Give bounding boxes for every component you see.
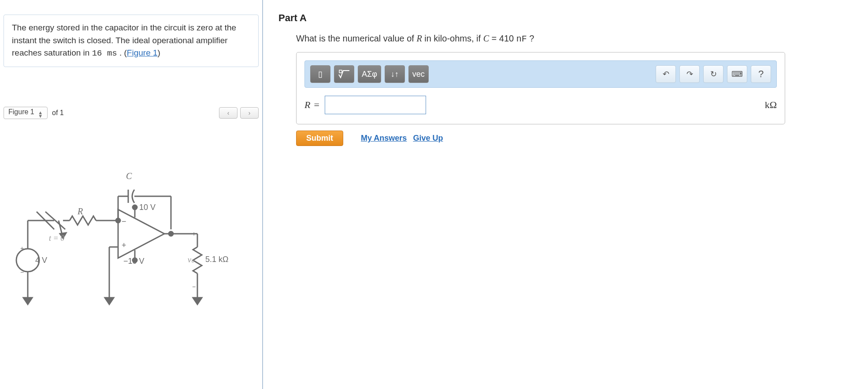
answer-unit: kΩ bbox=[765, 99, 777, 111]
keyboard-icon: ⌨ bbox=[731, 69, 743, 79]
tool-redo-button[interactable]: ↷ bbox=[679, 65, 700, 83]
tool-greek-button[interactable]: ΑΣφ bbox=[358, 65, 381, 83]
figure-next-button[interactable]: › bbox=[240, 107, 259, 119]
answer-row: R = kΩ bbox=[297, 96, 785, 124]
equation-toolbar: ▯ ΑΣφ ↓↑ vec ↶ ↷ ↻ ⌨ ? bbox=[304, 60, 777, 88]
figure-navigation: Figure 1 ▲▼ of 1 ‹ › bbox=[4, 107, 259, 119]
svg-marker-29 bbox=[193, 298, 202, 304]
circuit-label-vo: vₒ bbox=[188, 255, 194, 265]
svg-text:+: + bbox=[122, 241, 126, 250]
svg-text:+: + bbox=[20, 245, 24, 252]
answer-lhs: R bbox=[304, 99, 310, 111]
figure-prev-button[interactable]: ‹ bbox=[219, 107, 237, 119]
figure-link[interactable]: Figure 1 bbox=[127, 48, 158, 57]
svg-point-18 bbox=[133, 205, 137, 209]
tool-root-button[interactable] bbox=[334, 65, 354, 83]
figure-label[interactable]: Figure 1 ▲▼ bbox=[4, 107, 48, 119]
var-R: R bbox=[416, 34, 422, 43]
problem-time-value: 16 ms bbox=[92, 49, 117, 58]
answer-input[interactable] bbox=[325, 96, 426, 114]
template-icon: ▯ bbox=[318, 69, 323, 79]
svg-text:+: + bbox=[192, 230, 196, 237]
svg-text:−: − bbox=[122, 217, 126, 226]
circuit-label-t0: t = 0 bbox=[49, 234, 64, 243]
root-icon bbox=[338, 69, 350, 79]
tool-vec-button[interactable]: vec bbox=[408, 65, 429, 83]
circuit-label-C: C bbox=[126, 171, 132, 181]
help-icon: ? bbox=[758, 68, 764, 80]
problem-statement: The energy stored in the capacitor in th… bbox=[4, 15, 259, 67]
tool-reset-button[interactable]: ↻ bbox=[703, 65, 723, 83]
tool-keyboard-button[interactable]: ⌨ bbox=[727, 65, 747, 83]
tool-template-button[interactable]: ▯ bbox=[310, 65, 330, 83]
tool-subsup-button[interactable]: ↓↑ bbox=[385, 65, 405, 83]
circuit-figure: − + + − + − C R t = 0 4 V 10 V −10 V vₒ … bbox=[4, 146, 250, 335]
circuit-label-R: R bbox=[78, 206, 83, 217]
circuit-label-load: 5.1 kΩ bbox=[205, 255, 228, 264]
my-answers-link[interactable]: My Answers bbox=[361, 134, 407, 143]
undo-icon: ↶ bbox=[663, 69, 669, 79]
part-title: Part A bbox=[278, 12, 853, 24]
redo-icon: ↷ bbox=[686, 69, 693, 79]
give-up-link[interactable]: Give Up bbox=[413, 134, 443, 143]
svg-rect-36 bbox=[339, 70, 342, 73]
answer-box: ▯ ΑΣφ ↓↑ vec ↶ ↷ ↻ ⌨ ? R = kΩ bbox=[296, 52, 785, 124]
svg-marker-27 bbox=[23, 298, 32, 304]
var-C: C bbox=[483, 34, 489, 43]
circuit-label-vminus: −10 V bbox=[123, 257, 145, 266]
circuit-label-source: 4 V bbox=[35, 256, 47, 265]
svg-text:−: − bbox=[20, 269, 24, 276]
figure-of-text: of 1 bbox=[52, 109, 64, 117]
problem-text-end: ) bbox=[158, 48, 160, 57]
problem-text-suffix: . ( bbox=[117, 48, 127, 57]
svg-text:−: − bbox=[192, 283, 196, 290]
part-question: What is the numerical value of R in kilo… bbox=[296, 34, 853, 44]
submit-button[interactable]: Submit bbox=[296, 131, 343, 146]
answer-eq: = bbox=[314, 99, 319, 111]
reset-icon: ↻ bbox=[710, 69, 717, 79]
tool-undo-button[interactable]: ↶ bbox=[656, 65, 676, 83]
actions-row: Submit My Answers Give Up bbox=[296, 131, 853, 146]
figure-stepper-icon: ▲▼ bbox=[38, 111, 43, 118]
tool-help-button[interactable]: ? bbox=[751, 65, 771, 83]
circuit-label-vplus: 10 V bbox=[139, 203, 156, 212]
svg-marker-28 bbox=[105, 298, 114, 304]
svg-point-22 bbox=[169, 232, 173, 236]
